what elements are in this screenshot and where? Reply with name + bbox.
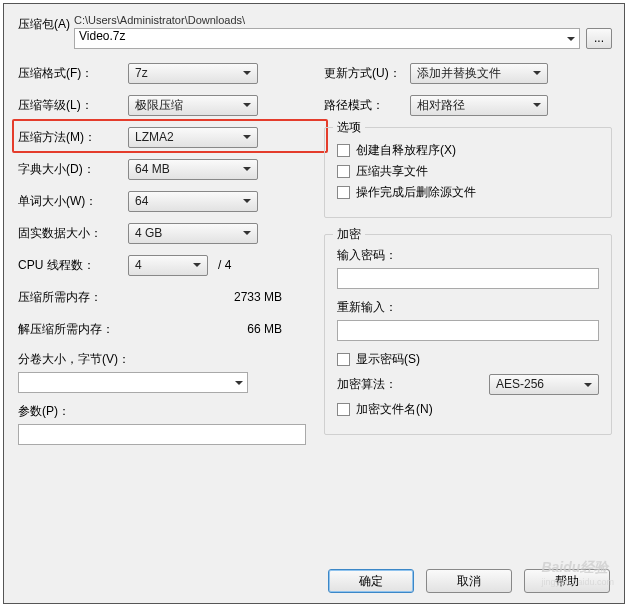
params-input[interactable]	[18, 424, 306, 445]
level-row: 压缩等级(L)： 极限压缩	[18, 89, 306, 121]
options-title: 选项	[333, 119, 365, 136]
archive-row: 压缩包(A) C:\Users\Administrator\Downloads\…	[4, 4, 624, 53]
dialog-window: 压缩包(A) C:\Users\Administrator\Downloads\…	[3, 3, 625, 604]
pathmode-select[interactable]: 相对路径	[410, 95, 548, 116]
update-label: 更新方式(U)：	[324, 65, 410, 82]
archive-right: C:\Users\Administrator\Downloads\ Video.…	[74, 14, 612, 49]
dict-select[interactable]: 64 MB	[128, 159, 258, 180]
format-select[interactable]: 7z	[128, 63, 258, 84]
opt-delete-label: 操作完成后删除源文件	[356, 184, 476, 201]
mem-comp-row: 压缩所需内存： 2733 MB	[18, 281, 306, 313]
chevron-down-icon	[243, 135, 251, 139]
method-value: LZMA2	[135, 130, 174, 144]
enc-algo-value: AES-256	[496, 377, 544, 391]
pathmode-label: 路径模式：	[324, 97, 410, 114]
level-select[interactable]: 极限压缩	[128, 95, 258, 116]
threads-select[interactable]: 4	[128, 255, 208, 276]
chevron-down-icon	[243, 71, 251, 75]
mem-decomp-row: 解压缩所需内存： 66 MB	[18, 313, 306, 345]
split-label: 分卷大小，字节(V)：	[18, 351, 306, 368]
word-value: 64	[135, 194, 148, 208]
enc-names-row: 加密文件名(N)	[337, 401, 599, 418]
show-pw-label: 显示密码(S)	[356, 351, 420, 368]
archive-path: C:\Users\Administrator\Downloads\	[74, 14, 612, 26]
solid-label: 固实数据大小：	[18, 225, 128, 242]
threads-total: / 4	[218, 258, 231, 272]
password2-input[interactable]	[337, 320, 599, 341]
show-pw-checkbox[interactable]	[337, 353, 350, 366]
enc-algo-select[interactable]: AES-256	[489, 374, 599, 395]
update-value: 添加并替换文件	[417, 66, 501, 80]
archive-filename-value: Video.7z	[79, 29, 125, 43]
enc-algo-label: 加密算法：	[337, 376, 397, 393]
cancel-button[interactable]: 取消	[426, 569, 512, 593]
chevron-down-icon	[584, 383, 592, 387]
opt-delete-row: 操作完成后删除源文件	[337, 184, 599, 201]
enc-names-checkbox[interactable]	[337, 403, 350, 416]
opt-sfx-checkbox[interactable]	[337, 144, 350, 157]
mem-decomp-value: 66 MB	[128, 322, 306, 336]
split-input[interactable]	[18, 372, 248, 393]
browse-button[interactable]: ...	[586, 28, 612, 49]
chevron-down-icon	[533, 103, 541, 107]
mem-decomp-label: 解压缩所需内存：	[18, 321, 128, 338]
chevron-down-icon	[533, 71, 541, 75]
solid-row: 固实数据大小： 4 GB	[18, 217, 306, 249]
threads-label: CPU 线程数：	[18, 257, 128, 274]
archive-input-row: Video.7z ...	[74, 28, 612, 49]
chevron-down-icon	[243, 103, 251, 107]
format-value: 7z	[135, 66, 148, 80]
help-button[interactable]: 帮助	[524, 569, 610, 593]
dict-label: 字典大小(D)：	[18, 161, 128, 178]
params-label: 参数(P)：	[18, 403, 306, 420]
opt-sfx-label: 创建自释放程序(X)	[356, 142, 456, 159]
update-select[interactable]: 添加并替换文件	[410, 63, 548, 84]
opt-sfx-row: 创建自释放程序(X)	[337, 142, 599, 159]
word-label: 单词大小(W)：	[18, 193, 128, 210]
dialog-body: 压缩格式(F)： 7z 压缩等级(L)： 极限压缩	[4, 53, 624, 445]
right-column: 更新方式(U)： 添加并替换文件 路径模式： 相对路径 选项 创建自释放程序(X…	[324, 57, 612, 445]
word-row: 单词大小(W)： 64	[18, 185, 306, 217]
method-row: 压缩方法(M)： LZMA2	[18, 121, 306, 153]
chevron-down-icon	[567, 37, 575, 41]
threads-value: 4	[135, 258, 142, 272]
solid-select[interactable]: 4 GB	[128, 223, 258, 244]
ok-button[interactable]: 确定	[328, 569, 414, 593]
level-value: 极限压缩	[135, 98, 183, 112]
password-input[interactable]	[337, 268, 599, 289]
options-group: 选项 创建自释放程序(X) 压缩共享文件 操作完成后删除源文件	[324, 127, 612, 218]
password-label: 输入密码：	[337, 247, 599, 264]
chevron-down-icon	[193, 263, 201, 267]
chevron-down-icon	[235, 381, 243, 385]
format-label: 压缩格式(F)：	[18, 65, 128, 82]
chevron-down-icon	[243, 231, 251, 235]
threads-row: CPU 线程数： 4 / 4	[18, 249, 306, 281]
opt-shared-row: 压缩共享文件	[337, 163, 599, 180]
method-select[interactable]: LZMA2	[128, 127, 258, 148]
pathmode-row: 路径模式： 相对路径	[324, 89, 612, 121]
word-select[interactable]: 64	[128, 191, 258, 212]
mem-comp-value: 2733 MB	[128, 290, 306, 304]
dialog-footer: 确定 取消 帮助	[328, 569, 610, 593]
password2-label: 重新输入：	[337, 299, 599, 316]
dict-row: 字典大小(D)： 64 MB	[18, 153, 306, 185]
archive-label: 压缩包(A)	[18, 14, 74, 33]
encryption-title: 加密	[333, 226, 365, 243]
show-pw-row: 显示密码(S)	[337, 351, 599, 368]
chevron-down-icon	[243, 199, 251, 203]
enc-names-label: 加密文件名(N)	[356, 401, 433, 418]
chevron-down-icon	[243, 167, 251, 171]
enc-algo-row: 加密算法： AES-256	[337, 374, 599, 395]
update-row: 更新方式(U)： 添加并替换文件	[324, 57, 612, 89]
solid-value: 4 GB	[135, 226, 162, 240]
level-label: 压缩等级(L)：	[18, 97, 128, 114]
pathmode-value: 相对路径	[417, 98, 465, 112]
mem-comp-label: 压缩所需内存：	[18, 289, 128, 306]
dict-value: 64 MB	[135, 162, 170, 176]
format-row: 压缩格式(F)： 7z	[18, 57, 306, 89]
opt-shared-checkbox[interactable]	[337, 165, 350, 178]
method-label: 压缩方法(M)：	[18, 129, 128, 146]
archive-filename-input[interactable]: Video.7z	[74, 28, 580, 49]
opt-delete-checkbox[interactable]	[337, 186, 350, 199]
opt-shared-label: 压缩共享文件	[356, 163, 428, 180]
